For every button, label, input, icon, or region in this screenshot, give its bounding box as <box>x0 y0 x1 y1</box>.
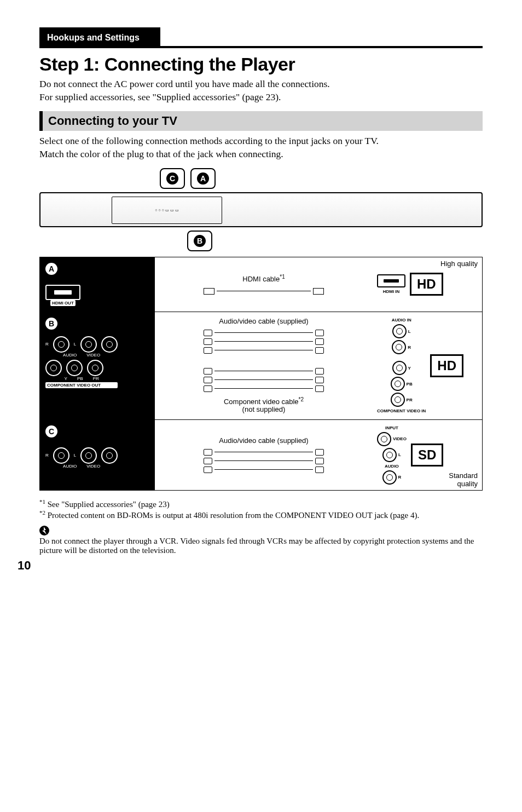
hdmi-out-label: HDMI OUT <box>50 300 76 306</box>
option-B-mid: Audio/video cable (supplied) Component v… <box>155 312 373 419</box>
av-cable-label-2: Audio/video cable (supplied) <box>219 437 308 445</box>
out-PB: PB <box>77 376 83 381</box>
rca-plug-icon <box>204 338 212 345</box>
page-title: Step 1: Connecting the Player <box>39 54 483 75</box>
rca-plug-icon <box>204 377 212 383</box>
component-in-label: COMPONENT VIDEO IN <box>377 408 426 413</box>
y-in-icon <box>392 361 407 375</box>
component-out-label: COMPONENT VIDEO OUT <box>45 382 118 388</box>
audio-r-in-icon <box>382 470 397 485</box>
pb-jack-icon <box>66 360 83 376</box>
standard-label-1: Standard <box>449 471 478 480</box>
quality-hd-badge: HD <box>410 273 443 296</box>
in-PB: PB <box>407 382 413 387</box>
option-B-right: AUDIO IN L R Y PB PR COMPONENT VIDEO IN … <box>373 312 482 419</box>
rca-plug-icon <box>315 449 324 456</box>
option-A-mid: HDMI cable*1 <box>155 257 373 312</box>
audio-label: AUDIO <box>385 464 399 469</box>
page-number: 10 <box>18 558 483 573</box>
option-C-bubble: C <box>45 425 57 437</box>
option-B-bubble: B <box>45 318 57 330</box>
footnote-2-sup: *2 <box>39 509 45 516</box>
hdmi-out-port-icon <box>45 285 80 300</box>
rca-plug-icon <box>315 385 324 392</box>
quality-sd-badge: SD <box>411 444 443 467</box>
audio-r-jack-icon <box>53 336 69 353</box>
standard-label-2: quality <box>457 480 478 488</box>
option-row-B: B R L AUDIO VIDEO <box>40 312 482 419</box>
video-in-icon <box>377 432 391 446</box>
intro-line-2: For supplied accessories, see "Supplied … <box>39 91 483 103</box>
intro-line-1: Do not connect the AC power cord until y… <box>39 78 483 90</box>
in-R: R <box>408 345 411 350</box>
audio-l-jack-icon <box>80 447 97 464</box>
hdmi-in-label: HDMI IN <box>383 289 400 294</box>
callout-B: B <box>194 235 206 247</box>
subsection-bar: Connecting to your TV <box>39 111 483 131</box>
audio-out-label: AUDIO <box>63 353 77 358</box>
section-header: Hookups and Settings <box>39 27 483 48</box>
in-video: VIDEO <box>393 436 407 441</box>
option-row-C: Standard quality C R L AUDIO VIDEO <box>40 419 482 490</box>
option-C-left: C R L AUDIO VIDEO <box>40 420 155 490</box>
rca-plug-icon <box>315 377 324 383</box>
audio-l-in-icon <box>392 324 407 338</box>
out-L-2: L <box>74 453 76 458</box>
option-A-bubble: A <box>45 263 57 275</box>
section-tab: Hookups and Settings <box>39 27 160 48</box>
subsection-title: Connecting to your TV <box>48 114 177 128</box>
out-PR: PR <box>93 376 99 381</box>
hdmi-cable-label: HDMI cable <box>242 275 280 284</box>
audio-out-label-2: AUDIO <box>63 464 77 469</box>
callout-C-box: C <box>160 168 185 189</box>
out-L: L <box>74 342 76 347</box>
in-Y: Y <box>408 366 411 371</box>
out-R: R <box>45 342 49 347</box>
rear-ports-group: ○ ○ ○ ▭ ▭ ▭ <box>112 197 222 224</box>
option-C-mid: Audio/video cable (supplied) <box>155 420 373 490</box>
footnote-1: See "Supplied accessories" (page 23) <box>45 500 170 509</box>
quality-hd-badge-2: HD <box>430 354 463 377</box>
footnotes: *1 See "Supplied accessories" (page 23) … <box>39 498 483 520</box>
pr-jack-icon <box>87 360 103 376</box>
av-cable-label-1: Audio/video cable (supplied) <box>219 318 308 325</box>
component-cable-label: Component video cable <box>224 398 299 406</box>
callout-A-box: A <box>190 168 216 189</box>
rca-plug-icon <box>204 330 212 336</box>
callout-C: C <box>166 172 178 185</box>
in-R-2: R <box>398 475 402 480</box>
callout-A: A <box>197 172 209 185</box>
caution-text: Do not connect the player through a VCR.… <box>39 537 483 555</box>
rca-plug-icon <box>315 467 324 473</box>
out-R-2: R <box>45 453 49 458</box>
rca-plug-icon <box>204 385 212 392</box>
rca-plug-icon <box>315 338 324 345</box>
rca-plug-icon <box>204 449 212 456</box>
in-L: L <box>408 329 411 334</box>
high-quality-label: High quality <box>440 260 478 268</box>
sub-intro-1: Select one of the following connection m… <box>39 135 483 147</box>
hdmi-plug-icon <box>313 288 324 295</box>
not-supplied-label: (not supplied) <box>242 405 286 413</box>
callout-B-box: B <box>187 231 212 251</box>
footnote-2: Protected content on BD-ROMs is output a… <box>45 511 419 520</box>
audio-l-jack-icon <box>80 336 97 353</box>
option-B-left: B R L AUDIO VIDEO <box>40 312 155 419</box>
video-out-label: VIDEO <box>86 353 100 358</box>
pb-in-icon <box>391 377 405 391</box>
rca-plug-icon <box>315 458 324 464</box>
rca-plug-icon <box>204 467 212 473</box>
hdmi-plug-icon <box>204 288 214 295</box>
y-jack-icon <box>45 360 62 376</box>
player-rear-panel: ○ ○ ○ ▭ ▭ ▭ <box>39 192 483 227</box>
footnote-1-sup: *1 <box>39 498 45 505</box>
audio-r-jack-icon <box>53 447 69 464</box>
video-out-label-2: VIDEO <box>86 464 100 469</box>
component-cable-sup: *2 <box>299 396 304 402</box>
sub-intro-2: Match the color of the plug to that of t… <box>39 148 483 160</box>
option-A-left: A HDMI OUT <box>40 257 155 312</box>
rca-plug-icon <box>315 368 324 375</box>
connection-options: High quality A HDMI OUT HDMI cable*1 <box>39 257 483 491</box>
hdmi-in-port-icon <box>377 274 405 287</box>
caution-icon <box>39 526 49 535</box>
